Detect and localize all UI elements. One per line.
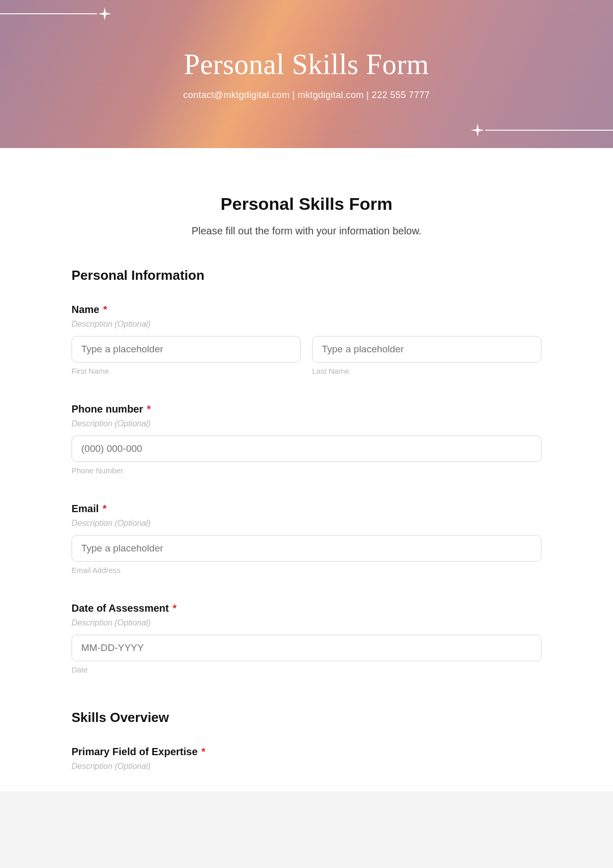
last-name-sublabel: Last Name — [312, 367, 541, 375]
phone-label-text: Phone number — [72, 403, 143, 415]
expertise-description: Description (Optional) — [72, 762, 541, 771]
form-content: Personal Skills Form Please fill out the… — [72, 148, 541, 791]
decor-line-right — [485, 130, 613, 131]
phone-sublabel: Phone Number — [72, 466, 541, 475]
form-title: Personal Skills Form — [72, 194, 541, 214]
required-mark: * — [147, 403, 151, 415]
date-label-text: Date of Assessment — [72, 602, 169, 614]
email-sublabel: Email Address — [72, 566, 541, 574]
sparkle-icon — [471, 124, 484, 137]
form-intro: Please fill out the form with your infor… — [72, 225, 541, 237]
section-personal-title: Personal Information — [72, 268, 541, 283]
required-mark: * — [173, 602, 177, 614]
date-label: Date of Assessment * — [72, 602, 541, 614]
email-input[interactable] — [72, 535, 541, 562]
field-name: Name * Description (Optional) First Name… — [72, 304, 541, 375]
phone-input[interactable] — [72, 436, 541, 462]
decor-line-left — [0, 13, 97, 14]
sparkle-icon — [98, 7, 111, 20]
hero-subtitle: contact@mktgdigital.com | mktgdigital.co… — [183, 90, 430, 101]
field-date: Date of Assessment * Description (Option… — [72, 602, 541, 674]
name-label-text: Name — [72, 304, 99, 315]
expertise-label: Primary Field of Expertise * — [72, 746, 541, 758]
email-label-text: Email — [72, 503, 99, 514]
expertise-label-text: Primary Field of Expertise — [72, 746, 198, 757]
email-label: Email * — [72, 503, 541, 515]
required-mark: * — [103, 304, 107, 315]
name-label: Name * — [72, 304, 541, 316]
required-mark: * — [103, 503, 107, 514]
email-description: Description (Optional) — [72, 519, 541, 528]
first-name-sublabel: First Name — [72, 367, 301, 375]
field-expertise: Primary Field of Expertise * Description… — [72, 746, 541, 771]
last-name-input[interactable] — [312, 336, 541, 363]
hero-banner: Personal Skills Form contact@mktgdigital… — [0, 0, 613, 148]
page: Personal Skills Form contact@mktgdigital… — [0, 0, 613, 791]
field-email: Email * Description (Optional) Email Add… — [72, 503, 541, 574]
date-input[interactable] — [72, 635, 541, 661]
required-mark: * — [201, 746, 205, 757]
field-phone: Phone number * Description (Optional) Ph… — [72, 403, 541, 475]
phone-description: Description (Optional) — [72, 419, 541, 428]
name-description: Description (Optional) — [72, 320, 541, 329]
date-sublabel: Date — [72, 665, 541, 674]
date-description: Description (Optional) — [72, 618, 541, 628]
phone-label: Phone number * — [72, 403, 541, 415]
section-skills-title: Skills Overview — [72, 710, 541, 726]
hero-title: Personal Skills Form — [184, 48, 429, 81]
first-name-input[interactable] — [72, 336, 301, 363]
